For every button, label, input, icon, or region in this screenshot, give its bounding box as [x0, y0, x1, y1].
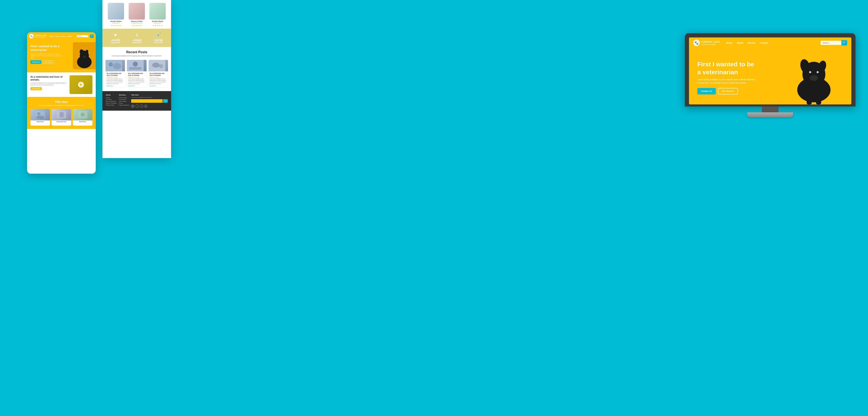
svg-rect-28	[807, 97, 812, 104]
read-more-1[interactable]: Read More+	[106, 85, 124, 87]
footer-link-privacy[interactable]: Privacy Policy	[106, 104, 117, 106]
desktop-nav-about[interactable]: About	[737, 42, 743, 44]
footer-about-col: About History Our Team Brand Guidelines …	[106, 94, 117, 108]
newsletter-send-button[interactable]: ➤	[163, 99, 168, 103]
play-button[interactable]	[78, 82, 84, 88]
svg-rect-17	[129, 67, 142, 70]
play-triangle-icon	[80, 83, 83, 86]
post-image-1	[105, 60, 125, 71]
team-card-1: Jennifer Mullen VETERINARY ★ ★ ★ ★ ★	[106, 3, 125, 27]
desktop-nav-links: Home About Service Contact	[726, 42, 768, 44]
svg-point-25	[810, 75, 818, 81]
team-name-1: Jennifer Mullen	[106, 21, 125, 22]
desktop-search-input[interactable]	[820, 41, 841, 45]
post-card-2: As a veterinarian and lover of animals. …	[127, 60, 147, 88]
mobile-search-input[interactable]	[77, 35, 88, 37]
desktop-hero-body: Lorem ipsum available but the majority h…	[697, 78, 755, 85]
twitter-icon[interactable]: t	[140, 104, 143, 108]
mobile-service-button[interactable]: Our Service	[43, 60, 55, 64]
read-more-3[interactable]: Read More+	[150, 85, 167, 87]
facebook-icon[interactable]: f	[135, 104, 139, 108]
mobile-card-vet-label: Veterinarian	[30, 121, 50, 123]
post-date-3: February 3, 2020	[150, 76, 167, 78]
mobile-hero: First I wanted to be a veterinarian Lore…	[27, 40, 96, 72]
footer-newsletter-subtitle: Lorem ipsum available, but the majorit	[131, 97, 168, 98]
tablet-stats-section: ♥ +34793 Happy Clients ⚕ +45382 Departam…	[102, 29, 171, 47]
footer-link-history[interactable]: History	[106, 97, 117, 98]
footer-link-order-status[interactable]: Order Status	[119, 101, 129, 102]
svg-point-27	[816, 71, 819, 73]
footer-services-title: Services	[119, 94, 129, 96]
mobile-navbar: 🐾 COMPANY LOGO Lorem Ipsum Available Hom…	[27, 32, 96, 40]
tablet-mockup: Jennifer Mullen VETERINARY ★ ★ ★ ★ ★ She…	[102, 0, 171, 158]
mobile-card-dental: Dental Care	[73, 109, 92, 126]
desktop-logo: 🐾 COMPANY LOGO Lorem Ipsum Available	[693, 39, 720, 46]
recent-posts-title: Recent Posts	[105, 50, 168, 54]
logo-icon: 🐾	[29, 34, 34, 38]
svg-point-7	[36, 116, 44, 119]
svg-rect-29	[816, 97, 821, 104]
footer-link-terms[interactable]: Terms & Condition	[106, 102, 117, 104]
footer-link-team[interactable]: Our Team	[106, 99, 117, 100]
post-content-1: As a veterinarian and lover of animals. …	[105, 71, 125, 88]
desktop-nav-contact[interactable]: Contact	[760, 42, 768, 44]
mobile-yellow-title: Title Here	[30, 100, 92, 104]
stat-number-1: +34793	[111, 39, 120, 42]
footer-link-payment[interactable]: Payment Method	[119, 104, 129, 106]
desktop-navbar: 🐾 COMPANY LOGO Lorem Ipsum Available Hom…	[689, 37, 851, 48]
mobile-video-thumbnail[interactable]	[69, 75, 92, 94]
svg-point-19	[152, 63, 160, 68]
mobile-nav-contact[interactable]: Contact	[67, 36, 72, 37]
desktop-nav-service[interactable]: Service	[747, 42, 755, 44]
newsletter-input[interactable]	[131, 99, 162, 103]
team-card-3: Jennifer Mullen VETERINARY ★ ★ ★ ★ ★	[148, 3, 167, 27]
svg-point-6	[37, 112, 40, 116]
post-title-2: As a veterinarian and lover of animals.	[128, 72, 145, 76]
mobile-hero-buttons: Contact Us Our Service	[30, 60, 92, 64]
desktop-search-button[interactable]: 🔍	[841, 40, 847, 45]
stethoscope-icon: ⚕	[133, 32, 142, 38]
mobile-yellow-body: Lorem ipsum available, but the majority …	[30, 104, 92, 106]
tablet-team-section: Jennifer Mullen VETERINARY ★ ★ ★ ★ ★ She…	[102, 0, 171, 29]
mobile-contact-button[interactable]: Contact Us	[30, 60, 41, 64]
post-body-3: Lorem ipsum available, but the majority …	[150, 78, 167, 85]
desktop-hero-dog-image	[785, 50, 843, 104]
logo-text: COMPANY LOGO Lorem Ipsum Available	[35, 35, 46, 38]
post-card-1: As a veterinarian and lover of animals. …	[105, 60, 125, 88]
footer-link-our-product[interactable]: Our Product	[119, 99, 129, 100]
mobile-mockup: 🐾 COMPANY LOGO Lorem Ipsum Available Hom…	[27, 32, 96, 174]
mobile-section2: As a veterinarian and lover of animals. …	[27, 72, 96, 97]
stat-department: ⚕ +45382 Departament	[133, 32, 142, 43]
youtube-icon[interactable]: ▶	[144, 104, 148, 108]
heart-icon: ♥	[111, 32, 120, 38]
posts-row: As a veterinarian and lover of animals. …	[105, 60, 168, 88]
mobile-nav-about[interactable]: About	[55, 36, 59, 37]
mobile-nav-service[interactable]: Service	[60, 36, 65, 37]
read-more-2[interactable]: Read More+	[128, 85, 145, 87]
footer-link-brand[interactable]: Brand Guidelines	[106, 101, 117, 102]
footer-services-col: Services How to Order Our Product Order …	[119, 94, 129, 108]
team-avatar-2	[129, 3, 145, 20]
footer-link-promo[interactable]: Promo	[119, 102, 129, 104]
mobile-ourservice-button[interactable]: Our Service	[30, 87, 42, 90]
post-date-1: FEBRUARY 15, 2020	[106, 76, 124, 78]
monitor-stand-base	[747, 112, 793, 117]
post-content-3: As a veterinarian and lover of animals. …	[149, 71, 168, 88]
mobile-card-dental-label: Dental Care	[73, 121, 92, 123]
mobile-s2-body: Lorem ipsum available but the majority h…	[30, 82, 67, 86]
team-role-1: VETERINARY	[106, 23, 125, 24]
post-body-1: Lorem ipsum available, but the majority …	[106, 78, 124, 85]
mobile-logo: 🐾 COMPANY LOGO Lorem Ipsum Available	[29, 34, 46, 38]
desktop-nav-home[interactable]: Home	[726, 42, 733, 44]
instagram-icon[interactable]: 📷	[131, 104, 134, 108]
mobile-nav-home[interactable]: Home	[50, 36, 54, 37]
team-role-3: VETERINARY	[148, 23, 167, 24]
mobile-search-button[interactable]: 🔍	[90, 35, 94, 38]
footer-link-how-to-order[interactable]: How to Order	[119, 97, 129, 98]
stat-number-2: +45382	[133, 39, 142, 42]
desktop-service-button[interactable]: Our Service	[718, 88, 738, 94]
desktop-hero: First I wanted to be a veterinarian Lore…	[689, 48, 851, 104]
desktop-hero-title: First I wanted to be a veterinarian	[697, 60, 755, 76]
desktop-contact-button[interactable]: Contact Us	[697, 88, 716, 94]
stat-number-3: +54782	[154, 39, 163, 42]
